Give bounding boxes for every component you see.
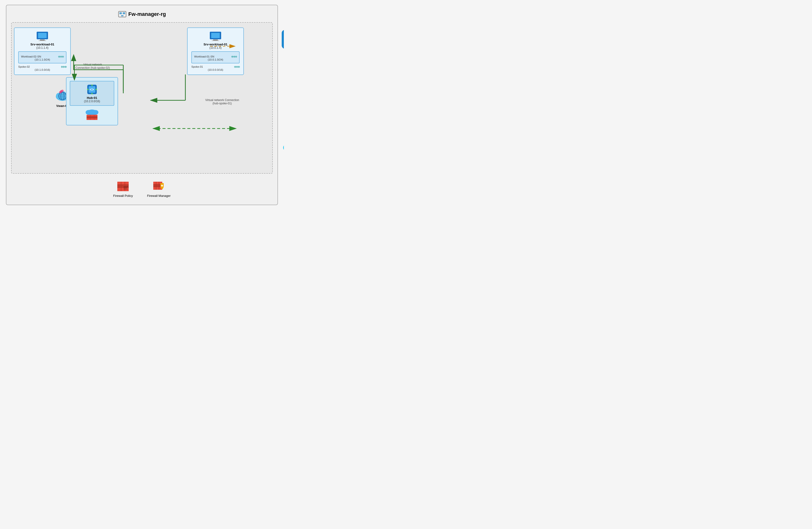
bottom-section: Firewall Policy Firew [11,177,273,200]
svg-rect-11 [212,41,219,41]
svg-rect-5 [38,33,47,38]
subnet-icon-2: ◈◈◈ [61,65,67,68]
www-badge [282,30,284,49]
svg-text:<>: <> [90,87,94,91]
resource-group-icon [118,10,127,18]
firewall-policy-item: Firewall Policy [113,180,133,198]
user-container [282,133,284,151]
svg-rect-2 [123,12,125,14]
diagram-wrapper: Fw-manager-rg Srv-workload-01 (10.1.1.4)… [6,5,278,205]
svg-rect-75 [124,188,127,188]
svg-rect-3 [121,15,124,16]
spoke02-box: Srv-workload-01 (10.1.1.4) Workload-02-S… [14,27,71,75]
spoke01-vm-ip: (10.0.1.4) [191,46,240,49]
svg-rect-10 [213,40,218,41]
spoke01-subnet-name: Workload-01-SN [194,55,214,58]
spoke01-inner: Workload-01-SN ◈◈◈ (10.0.1.0/24) [191,51,240,63]
svg-rect-35 [87,115,98,116]
spoke02-subnet-cidr: (10.1.1.0/24) [21,58,63,61]
spoke01-name: Spoke-01 [191,65,203,68]
hub-firewall [70,108,114,121]
firewall-policy-label: Firewall Policy [113,194,133,198]
www-container: WWW [282,30,284,53]
spoke02-subnet-name: Workload-02-SN [21,55,41,58]
firewall-manager-item: Firewall Manager [147,180,171,198]
conn-label-spoke01: Virtual network Connection (hub-spoke-01… [205,98,239,105]
spoke02-cidr: (10.1.0.0/16) [18,68,67,71]
hub-inner: <> Hub-01 (10.2.0.0/16) [70,81,114,106]
svg-rect-6 [40,40,45,41]
svg-rect-67 [117,182,129,185]
hub-icon: <> [86,84,98,95]
rg-title: Fw-manager-rg [11,10,273,18]
inner-dashed-region: Srv-workload-01 (10.1.1.4) Workload-02-S… [11,22,273,174]
hub-area: <> Hub-01 (10.2.0.0/16) [66,77,118,125]
firewall-hub-icon [84,108,100,121]
svg-point-32 [86,110,91,115]
svg-rect-69 [117,188,129,191]
svg-rect-9 [211,33,220,38]
svg-point-27 [91,84,93,86]
firewall-manager-icon [152,180,165,193]
vm-icon-spoke01 [209,31,222,41]
svg-point-29 [91,93,93,95]
svg-point-30 [87,89,88,90]
spoke02-vm-ip: (10.1.1.4) [18,46,67,49]
svg-point-23 [61,90,63,92]
subnet-icon-1: ◈◈◈ [58,55,63,58]
svg-point-28 [96,89,97,90]
spoke01-box: Srv-workload-01 (10.0.1.4) Workload-01-S… [187,27,244,75]
subnet-icon-3: ◈◈◈ [231,55,237,58]
spoke01-vm-label: Srv-workload-01 [191,43,240,46]
svg-point-33 [93,110,98,115]
hub-cidr: (10.2.0.0/16) [73,100,112,103]
svg-point-53 [283,143,284,150]
spoke01-subnet-cidr: (10.0.1.0/24) [194,58,237,61]
rg-container: Fw-manager-rg Srv-workload-01 (10.1.1.4)… [6,5,278,205]
svg-rect-37 [87,118,98,120]
svg-rect-68 [117,185,129,188]
svg-rect-74 [124,186,128,187]
user-icon [282,133,284,150]
svg-rect-7 [39,41,46,41]
svg-rect-1 [119,12,122,14]
rg-title-text: Fw-manager-rg [128,11,166,17]
svg-rect-76 [124,189,128,189]
vm-icon-spoke02 [36,31,48,41]
subnet-icon-4: ◈◈◈ [234,65,240,68]
spoke02-vm-label: Srv-workload-01 [18,43,67,46]
spoke02-name: Spoke-02 [18,65,30,68]
spoke02-inner: Workload-02-SN ◈◈◈ (10.1.1.0/24) [18,51,67,63]
firewall-manager-label: Firewall Manager [147,194,171,198]
spoke01-cidr: (10.0.0.0/16) [191,68,240,71]
firewall-policy-icon [116,180,130,193]
hub-name: Hub-01 [73,96,112,100]
www-label: WWW [282,50,284,53]
conn-label-spoke02: Virtual network Connection (hub-spoke-02… [75,63,110,70]
